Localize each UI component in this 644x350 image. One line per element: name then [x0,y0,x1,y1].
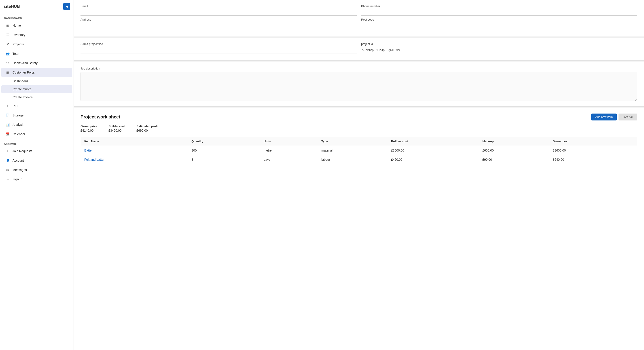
address-group: Address [80,18,357,29]
section-divider-2 [74,60,644,62]
worksheet-header: Project work sheet Add new item Clear al… [80,113,637,120]
table-header: Item Name Quantity Units Type Builder co… [81,137,637,146]
worksheet-title: Project work sheet [80,114,120,120]
project-info-section: Add a project title project id sFaI9VpuZ… [74,38,644,60]
sidebar-item-label: RFI [12,104,18,108]
sidebar-sub-item-create-quote[interactable]: Create Quote [1,85,72,93]
postcode-label: Post code [361,18,637,21]
sidebar-item-label: Projects [12,42,24,46]
table-cell: 300 [188,146,260,155]
email-input[interactable] [80,9,357,16]
sidebar-item-home[interactable]: ⊞ Home [1,21,72,30]
sidebar: siteHUB ◀ DASHBOARD ⊞ Home ☰ Inventory ⚒… [0,0,74,350]
builder-cost-summary: Builder cost £3450.00 [108,124,125,132]
sidebar-item-inventory[interactable]: ☰ Inventory [1,30,72,39]
sidebar-item-storage[interactable]: 📄 Storage [1,111,72,120]
sidebar-item-analysis[interactable]: 📊 Analysis [1,120,72,129]
project-id-value: sFaI9VpuZDaJpK5gMTCW [361,47,637,53]
address-label: Address [80,18,357,21]
table-cell: £3600.00 [549,146,637,155]
item-name-link[interactable]: Batten [81,146,188,155]
worksheet-actions: Add new item Clear all [591,113,637,120]
col-item-name: Item Name [81,137,188,146]
col-type: Type [318,137,388,146]
inventory-icon: ☰ [5,33,10,37]
job-description-input[interactable] [80,72,637,101]
sidebar-item-label: Sign In [12,177,22,181]
storage-icon: 📄 [5,113,10,118]
sidebar-item-calender[interactable]: 📅 Calender [1,130,72,139]
contact-section: Email Phone number Address Post code [74,0,644,36]
sidebar-item-account[interactable]: 👤 Account [1,156,72,165]
owner-price-summary: Owner price £4140.00 [80,124,97,132]
worksheet-table: Item Name Quantity Units Type Builder co… [80,137,637,164]
table-cell: £90.00 [479,155,549,164]
analysis-icon: 📊 [5,122,10,127]
col-markup: Mark-up [479,137,549,146]
phone-input[interactable] [361,9,637,16]
sidebar-sub-item-create-invoice[interactable]: Create Invoice [1,93,72,101]
calender-icon: 📅 [5,132,10,136]
account-icon: 👤 [5,158,10,163]
table-cell: £450.00 [388,155,479,164]
table-cell: metre [260,146,318,155]
address-input[interactable] [80,22,357,29]
worksheet-section: Project work sheet Add new item Clear al… [74,108,644,170]
table-header-row: Item Name Quantity Units Type Builder co… [81,137,637,146]
sidebar-item-label: Storage [12,113,24,117]
sidebar-item-rfi[interactable]: ℹ RFI [1,101,72,110]
builder-cost-value: £3450.00 [108,129,125,132]
add-new-item-button[interactable]: Add new item [591,113,617,120]
table-row: Batten300metrematerial£3000.00£600.00£36… [81,146,637,155]
sidebar-item-customer-portal[interactable]: ▦ Customer Portal [1,68,72,77]
sidebar-item-label: Calender [12,132,25,136]
phone-group: Phone number [361,4,637,16]
sub-item-label: Dashboard [12,79,28,83]
col-units: Units [260,137,318,146]
sidebar-item-team[interactable]: 👥 Team [1,49,72,58]
estimated-profit-summary: Estimated profit £690.00 [136,124,158,132]
table-cell: days [260,155,318,164]
sidebar-item-messages[interactable]: ✉ Messages [1,165,72,174]
postcode-group: Post code [361,18,637,29]
table-body: Batten300metrematerial£3000.00£600.00£36… [81,146,637,164]
sidebar-sub-item-dashboard[interactable]: Dashboard [1,77,72,85]
main-content: Email Phone number Address Post code Add [74,0,644,350]
sidebar-header: siteHUB ◀ [0,0,74,13]
sidebar-item-label: Inventory [12,33,26,37]
table-row: Felt and batten3dayslabour£450.00£90.00£… [81,155,637,164]
messages-icon: ✉ [5,168,10,172]
sidebar-item-health-safety[interactable]: 🛡 Health And Safety [1,58,72,67]
dashboard-section-label: DASHBOARD [0,13,74,21]
table-cell: 3 [188,155,260,164]
col-quantity: Quantity [188,137,260,146]
project-id-group: project id sFaI9VpuZDaJpK5gMTCW [361,42,637,53]
sub-item-label: Create Quote [12,87,31,91]
sidebar-item-projects[interactable]: ⚒ Projects [1,40,72,49]
sidebar-item-label: Account [12,159,24,162]
owner-price-value: £4140.00 [80,129,97,132]
sidebar-item-sign-in[interactable]: → Sign In [1,175,72,184]
email-label: Email [80,4,357,8]
project-title-input[interactable] [80,47,357,53]
sidebar-item-label: Team [12,52,20,55]
email-phone-row: Email Phone number [80,4,637,16]
project-title-label: Add a project title [80,42,357,46]
item-name-link[interactable]: Felt and batten [81,155,188,164]
section-divider-1 [74,36,644,38]
table-cell: £3000.00 [388,146,479,155]
sidebar-item-join-requests[interactable]: + Join Requests [1,147,72,156]
phone-label: Phone number [361,4,637,8]
sidebar-collapse-button[interactable]: ◀ [63,3,70,10]
sidebar-item-label: Analysis [12,123,24,126]
col-owner-cost: Owner cost [549,137,637,146]
sidebar-item-label: Health And Safety [12,61,38,65]
clear-all-button[interactable]: Clear all [618,113,637,120]
customer-portal-icon: ▦ [5,70,10,75]
sidebar-item-label: Messages [12,168,27,172]
project-title-id-row: Add a project title project id sFaI9VpuZ… [80,42,637,53]
table-cell: £540.00 [549,155,637,164]
email-group: Email [80,4,357,16]
postcode-input[interactable] [361,22,637,29]
projects-icon: ⚒ [5,42,10,46]
